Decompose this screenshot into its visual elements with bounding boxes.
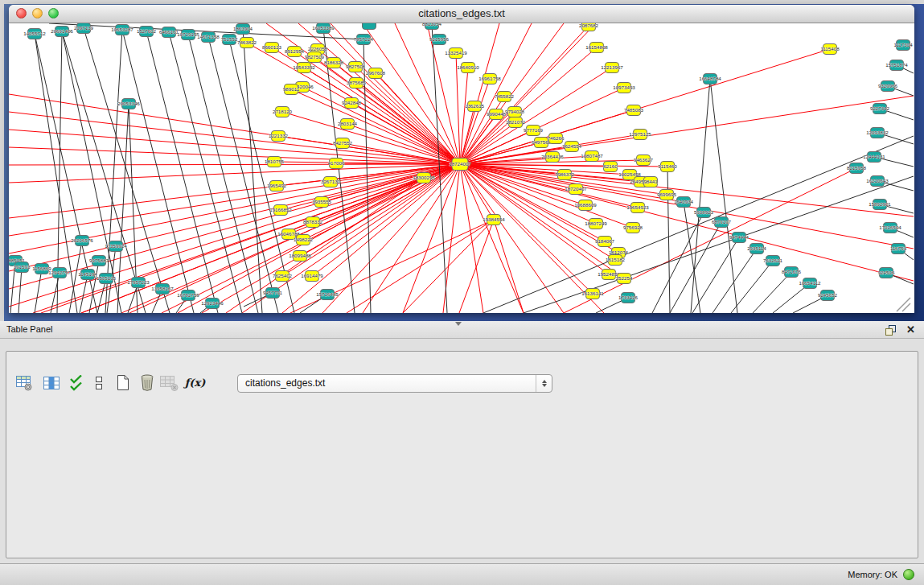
- node-label: 1935555: [312, 199, 332, 204]
- node-label: 7485083: [624, 107, 644, 113]
- node-label: 16136141: [581, 290, 604, 296]
- node-label: 18807249: [585, 220, 607, 226]
- network-svg: 1405571220691406209713910653287152760264…: [9, 23, 914, 313]
- edge[interactable]: [692, 237, 739, 313]
- node-label: 9215956: [429, 36, 450, 42]
- node-label: 8660123: [262, 44, 282, 50]
- edge[interactable]: [731, 261, 773, 313]
- select-all-icon[interactable]: [65, 372, 87, 393]
- node-label: 12923446: [201, 300, 224, 306]
- node-label: 10973493: [613, 84, 635, 90]
- edge[interactable]: [652, 212, 704, 313]
- edge[interactable]: [9, 164, 460, 165]
- function-builder-icon[interactable]: ƒ(x): [184, 372, 206, 393]
- node-label: 8471676: [782, 269, 802, 274]
- node-label: 9699695: [657, 192, 677, 197]
- edge[interactable]: [35, 269, 42, 313]
- edge[interactable]: [243, 29, 262, 313]
- edge[interactable]: [322, 164, 460, 313]
- edge[interactable]: [356, 83, 460, 164]
- edge[interactable]: [80, 274, 88, 313]
- node-label: 9756928: [623, 225, 643, 230]
- edge[interactable]: [460, 122, 515, 164]
- memory-status-icon[interactable]: [903, 569, 914, 580]
- edge[interactable]: [403, 220, 494, 313]
- edge[interactable]: [395, 23, 460, 164]
- node-label: 7632621: [763, 257, 783, 263]
- node-label: 8813054: [422, 23, 442, 27]
- zoom-window-icon[interactable]: [48, 8, 59, 19]
- node-label: 8878332: [303, 219, 323, 225]
- node-label: 16914479: [301, 273, 323, 278]
- edge[interactable]: [18, 267, 22, 313]
- table-selector-dropdown[interactable]: citations_edges.txt: [237, 374, 552, 393]
- node-label: 9457791: [263, 290, 283, 295]
- network-window-titlebar[interactable]: citations_edges.txt: [9, 5, 914, 23]
- edge[interactable]: [188, 35, 258, 313]
- close-window-icon[interactable]: [16, 8, 27, 19]
- network-node[interactable]: [363, 23, 376, 30]
- node-label: 9975887: [89, 257, 109, 263]
- node-label: 10688609: [574, 202, 597, 208]
- edge[interactable]: [9, 164, 460, 236]
- edge[interactable]: [169, 32, 242, 313]
- node-label: 1527602: [137, 28, 157, 34]
- node-label: 20206576: [71, 237, 93, 243]
- table-settings-icon[interactable]: [13, 372, 35, 393]
- edge[interactable]: [347, 124, 460, 164]
- node-label: 9242848: [342, 100, 362, 105]
- table-panel-title: Table Panel: [6, 321, 53, 338]
- node-label: 252254: [616, 275, 633, 281]
- node-label: 9115460: [658, 163, 677, 169]
- edge[interactable]: [355, 67, 460, 164]
- node-label: 9227342: [870, 105, 890, 111]
- network-canvas[interactable]: 1405571220691406209713910653287152760264…: [9, 23, 914, 313]
- node-label: 20364436: [541, 154, 564, 159]
- float-panel-icon[interactable]: [885, 324, 897, 335]
- edge[interactable]: [41, 164, 460, 313]
- node-label: 10654112: [799, 280, 821, 286]
- minimize-window-icon[interactable]: [32, 8, 43, 19]
- edge[interactable]: [89, 261, 99, 313]
- edge[interactable]: [670, 222, 721, 313]
- node-label: 18640910: [457, 64, 479, 70]
- node-label: 2803144: [338, 121, 358, 126]
- node-label: 1498222: [294, 237, 314, 242]
- node-label: 2087682: [579, 23, 599, 28]
- node-label: 10719155: [177, 31, 199, 37]
- edge[interactable]: [459, 220, 494, 313]
- delete-rows-icon[interactable]: [136, 372, 158, 393]
- edge[interactable]: [460, 164, 914, 216]
- close-panel-icon[interactable]: ✕: [906, 321, 915, 338]
- show-columns-icon[interactable]: [40, 372, 62, 393]
- edge[interactable]: [9, 112, 460, 164]
- edge[interactable]: [9, 147, 460, 164]
- node-label: 16154808: [585, 44, 608, 50]
- edge[interactable]: [351, 103, 460, 164]
- edge[interactable]: [713, 249, 757, 313]
- edge[interactable]: [33, 178, 424, 313]
- edge[interactable]: [9, 130, 460, 164]
- node-label: 1615182: [606, 257, 626, 262]
- node-label: 12942757: [48, 270, 71, 275]
- node-label: 2967608: [366, 70, 386, 76]
- node-label: 6466161: [159, 29, 179, 35]
- edge[interactable]: [691, 79, 710, 313]
- node-label: 9990448: [487, 111, 507, 117]
- node-label: 14055712: [23, 31, 46, 36]
- row-height-icon[interactable]: [88, 372, 109, 393]
- edge[interactable]: [460, 114, 496, 164]
- node-label: 15751874: [885, 62, 908, 68]
- node-label: 16648784: [699, 76, 721, 81]
- status-bar: Memory: OK: [0, 563, 924, 585]
- edge[interactable]: [302, 87, 460, 164]
- node-label: 9827508: [346, 64, 366, 69]
- edge[interactable]: [376, 73, 460, 164]
- node-label: 20691406: [51, 28, 73, 34]
- node-label: 1145194: [78, 271, 97, 277]
- splitter-handle-icon[interactable]: [455, 322, 462, 326]
- new-table-icon[interactable]: [112, 372, 133, 393]
- node-label: 9474444: [729, 234, 749, 240]
- node-label: 16961758: [478, 76, 501, 81]
- node-label: 1810755: [265, 159, 285, 164]
